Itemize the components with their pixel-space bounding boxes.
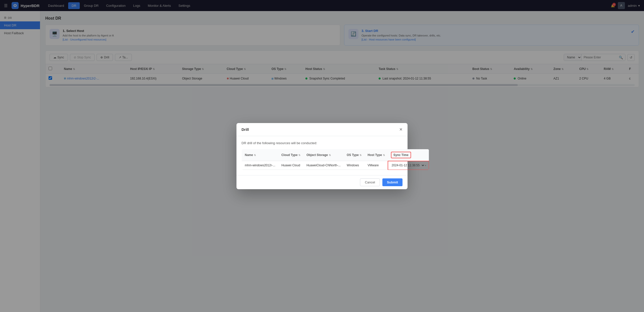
sync-time-select[interactable]: 2024-01-12 11:38:55	[391, 163, 425, 167]
modal-description: DR drill of the following resources will…	[242, 141, 403, 145]
modal-row-cloud-type: Huawei Cloud	[278, 161, 303, 170]
modal-row-name: mhm-windows2012r-...	[242, 161, 278, 170]
modal-row-os-type: Windows	[344, 161, 365, 170]
modal-header: Drill ✕	[236, 123, 408, 136]
modal-th-os-type: OS Type ⇅	[344, 149, 365, 161]
modal-table: Name ⇅ Cloud Type ⇅ Object Storage ⇅ OS …	[242, 149, 429, 170]
modal-row-host-type: VMware	[365, 161, 388, 170]
modal-overlay: Drill ✕ DR drill of the following resour…	[0, 0, 644, 312]
modal-title: Drill	[242, 127, 249, 132]
modal-data-row: mhm-windows2012r-... Huawei Cloud Huawei…	[242, 161, 429, 170]
modal-row-object-storage: HuaweiCloud-CNNorth-...	[303, 161, 344, 170]
modal-th-sync-time: Sync Time	[388, 149, 429, 161]
modal-th-object-storage: Object Storage ⇅	[303, 149, 344, 161]
modal-header-row: Name ⇅ Cloud Type ⇅ Object Storage ⇅ OS …	[242, 149, 429, 161]
modal-th-host-type: Host Type ⇅	[365, 149, 388, 161]
submit-button[interactable]: Submit	[382, 178, 403, 186]
modal-footer: Cancel Submit	[236, 175, 408, 189]
modal-th-cloud-type: Cloud Type ⇅	[278, 149, 303, 161]
modal-close-button[interactable]: ✕	[399, 127, 403, 132]
cancel-button[interactable]: Cancel	[360, 178, 380, 186]
modal-body: DR drill of the following resources will…	[236, 136, 408, 175]
sync-time-dropdown-icon: ▾	[425, 164, 426, 167]
modal-row-sync-time-cell: 2024-01-12 11:38:55 ▾	[388, 161, 429, 170]
drill-modal: Drill ✕ DR drill of the following resour…	[236, 123, 408, 189]
sync-time-wrapper: 2024-01-12 11:38:55 ▾	[388, 161, 429, 169]
sync-time-header-highlight: Sync Time	[391, 152, 411, 158]
modal-th-name: Name ⇅	[242, 149, 278, 161]
